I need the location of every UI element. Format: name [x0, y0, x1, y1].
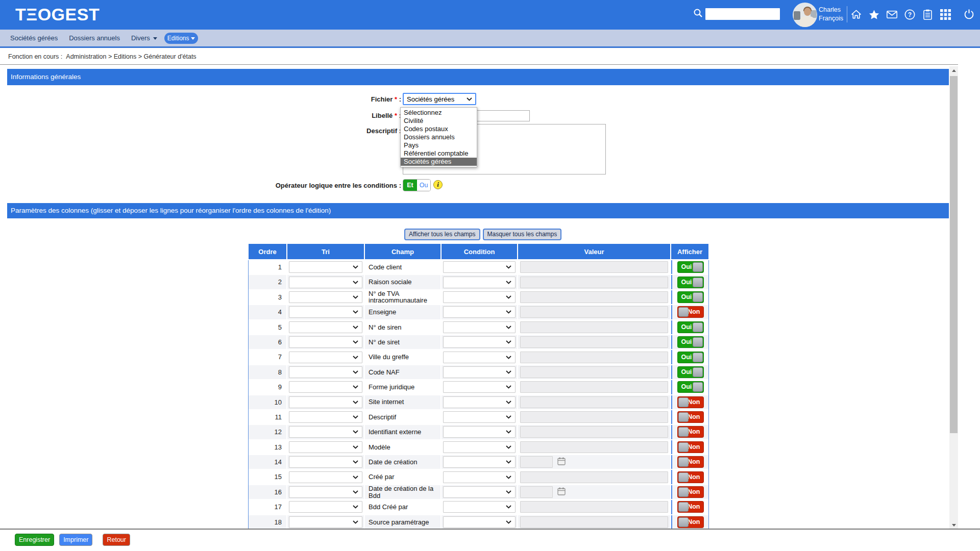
home-icon[interactable]: [851, 9, 862, 20]
table-row[interactable]: 6 N° de siret Oui: [249, 335, 708, 349]
table-row[interactable]: 3 N° de TVA intracommunautaire Oui: [249, 290, 708, 304]
tri-select[interactable]: [289, 501, 362, 513]
table-row[interactable]: 1 Code client Oui: [249, 260, 708, 274]
dropdown-option[interactable]: Dossiers annuels: [401, 133, 477, 141]
table-row[interactable]: 7 Ville du greffe Oui: [249, 350, 708, 364]
tri-select[interactable]: [289, 516, 362, 528]
condition-select[interactable]: [443, 516, 516, 528]
condition-select[interactable]: [443, 366, 516, 378]
afficher-toggle[interactable]: Non: [677, 456, 704, 468]
dropdown-option-selected[interactable]: Sociétés gérées: [401, 158, 477, 166]
hide-all-fields-button[interactable]: Masquer tous les champs: [483, 229, 562, 240]
condition-select[interactable]: [443, 261, 516, 273]
power-icon[interactable]: [964, 9, 974, 20]
table-row[interactable]: 18 Source paramétrage Non: [249, 515, 708, 529]
condition-select[interactable]: [443, 426, 516, 438]
condition-select[interactable]: [443, 486, 516, 498]
vertical-scrollbar[interactable]: [949, 66, 958, 529]
afficher-toggle[interactable]: Non: [677, 441, 704, 453]
menu-editions[interactable]: Editions: [164, 33, 198, 44]
tri-select[interactable]: [289, 441, 362, 453]
dropdown-option[interactable]: Civilité: [401, 117, 477, 125]
info-icon[interactable]: i: [433, 180, 443, 189]
fichier-select[interactable]: Sociétés gérées: [403, 93, 476, 105]
tri-select[interactable]: [289, 426, 362, 438]
notes-icon[interactable]: [922, 9, 933, 20]
condition-select[interactable]: [443, 306, 516, 318]
table-row[interactable]: 8 Code NAF Oui: [249, 365, 708, 379]
table-row[interactable]: 9 Forme juridique Oui: [249, 380, 708, 394]
table-row[interactable]: 16 Date de création de la Bdd Non: [249, 485, 708, 499]
afficher-toggle[interactable]: Oui: [677, 291, 704, 303]
ou-button[interactable]: Ou: [417, 180, 430, 191]
afficher-toggle[interactable]: Non: [677, 396, 704, 408]
afficher-toggle[interactable]: Oui: [677, 352, 704, 363]
table-row[interactable]: 17 Bdd Créé par Non: [249, 500, 708, 514]
condition-select[interactable]: [443, 321, 516, 333]
table-row[interactable]: 14 Date de création Non: [249, 455, 708, 469]
table-row[interactable]: 2 Raison sociale Oui: [249, 275, 708, 289]
user-name[interactable]: Charles François: [819, 6, 843, 23]
mail-icon[interactable]: [887, 9, 897, 20]
condition-select[interactable]: [443, 471, 516, 483]
et-ou-toggle[interactable]: Et Ou: [403, 179, 431, 191]
menu-societes-gerees[interactable]: Sociétés gérées: [10, 34, 58, 42]
scroll-up-arrow[interactable]: [949, 66, 958, 74]
apps-grid-icon[interactable]: [940, 9, 951, 20]
dropdown-option[interactable]: Pays: [401, 141, 477, 149]
afficher-toggle[interactable]: Non: [677, 411, 704, 423]
tri-select[interactable]: [289, 277, 362, 288]
table-row[interactable]: 5 N° de siren Oui: [249, 320, 708, 334]
afficher-toggle[interactable]: Oui: [677, 321, 704, 333]
afficher-toggle[interactable]: Oui: [677, 277, 704, 288]
condition-select[interactable]: [443, 501, 516, 513]
table-row[interactable]: 13 Modèle Non: [249, 440, 708, 454]
tri-select[interactable]: [289, 336, 362, 348]
dropdown-option[interactable]: Codes postaux: [401, 125, 477, 133]
tri-select[interactable]: [289, 366, 362, 378]
table-row[interactable]: 15 Créé par Non: [249, 470, 708, 484]
afficher-toggle[interactable]: Oui: [677, 261, 704, 273]
save-button[interactable]: Enregistrer: [15, 534, 54, 546]
condition-select[interactable]: [443, 277, 516, 288]
table-row[interactable]: 4 Enseigne Non: [249, 305, 708, 319]
condition-select[interactable]: [443, 291, 516, 303]
show-all-fields-button[interactable]: Afficher tous les champs: [404, 229, 480, 240]
afficher-toggle[interactable]: Oui: [677, 366, 704, 378]
menu-dossiers-annuels[interactable]: Dossiers annuels: [69, 34, 120, 42]
afficher-toggle[interactable]: Non: [677, 306, 704, 318]
condition-select[interactable]: [443, 411, 516, 423]
calendar-icon[interactable]: [557, 487, 566, 497]
tri-select[interactable]: [289, 471, 362, 483]
tri-select[interactable]: [289, 306, 362, 318]
table-row[interactable]: 10 Site internet Non: [249, 395, 708, 409]
scroll-down-arrow[interactable]: [949, 521, 958, 529]
avatar[interactable]: [793, 3, 817, 27]
tri-select[interactable]: [289, 411, 362, 423]
condition-select[interactable]: [443, 381, 516, 393]
afficher-toggle[interactable]: Oui: [677, 336, 704, 348]
tri-select[interactable]: [289, 321, 362, 333]
condition-select[interactable]: [443, 396, 516, 408]
tri-select[interactable]: [289, 352, 362, 363]
search-input[interactable]: [705, 8, 780, 20]
tri-select[interactable]: [289, 381, 362, 393]
afficher-toggle[interactable]: Non: [677, 426, 704, 438]
afficher-toggle[interactable]: Oui: [677, 381, 704, 393]
scrollbar-thumb[interactable]: [950, 76, 958, 433]
afficher-toggle[interactable]: Non: [677, 471, 704, 483]
afficher-toggle[interactable]: Non: [677, 486, 704, 498]
dropdown-option[interactable]: Référentiel comptable: [401, 149, 477, 158]
condition-select[interactable]: [443, 441, 516, 453]
condition-select[interactable]: [443, 352, 516, 363]
tri-select[interactable]: [289, 456, 362, 468]
star-icon[interactable]: [869, 9, 879, 20]
back-button[interactable]: Retour: [103, 534, 130, 546]
tri-select[interactable]: [289, 261, 362, 273]
tri-select[interactable]: [289, 486, 362, 498]
help-icon[interactable]: ?: [904, 9, 915, 20]
tri-select[interactable]: [289, 291, 362, 303]
condition-select[interactable]: [443, 336, 516, 348]
table-row[interactable]: 11 Descriptif Non: [249, 410, 708, 424]
condition-select[interactable]: [443, 456, 516, 468]
